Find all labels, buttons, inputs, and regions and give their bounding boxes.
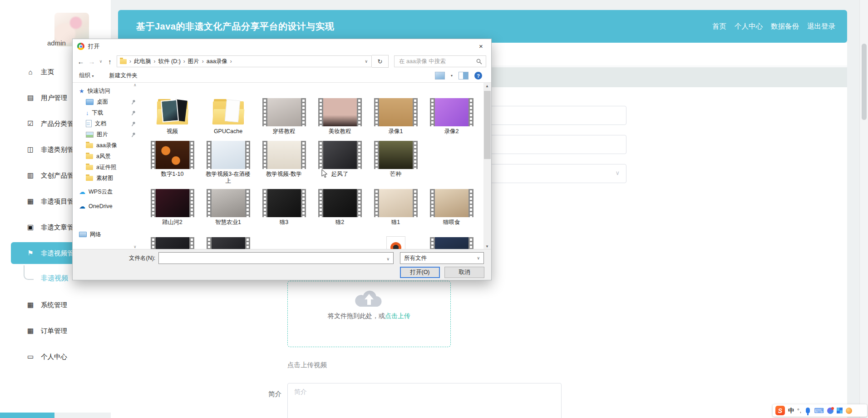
ime-punctuation-indicator[interactable]: °, bbox=[797, 408, 802, 414]
nav-link-home[interactable]: 首页 bbox=[712, 22, 726, 31]
file-tile-partial[interactable] bbox=[424, 235, 479, 250]
home-icon: ⌂ bbox=[25, 68, 35, 76]
nav-onedrive[interactable]: ☁OneDrive bbox=[73, 201, 140, 212]
organize-button[interactable]: 组织 ▾ bbox=[79, 72, 94, 80]
nav-wps-cloud[interactable]: ☁WPS云盘 bbox=[73, 186, 140, 197]
nav-quick-access[interactable]: ★快速访问 bbox=[73, 85, 140, 96]
folder-icon bbox=[86, 176, 93, 181]
file-tile-partial[interactable] bbox=[368, 235, 424, 250]
preview-pane-icon[interactable] bbox=[459, 72, 469, 80]
search-input[interactable] bbox=[398, 58, 476, 65]
scroll-down-icon[interactable]: ▼ bbox=[485, 244, 489, 249]
files-row-partial bbox=[144, 235, 479, 250]
nav-material-images[interactable]: 素材图 bbox=[73, 173, 140, 184]
files-scrollbar[interactable]: ▲ ▼ bbox=[483, 83, 491, 250]
address-chevron-icon[interactable]: ∨ bbox=[365, 59, 368, 64]
nav-a-id-photos[interactable]: a证件照 bbox=[73, 162, 140, 173]
history-chevron-icon[interactable]: ∨ bbox=[97, 59, 104, 64]
file-tile-partial[interactable] bbox=[144, 235, 200, 250]
page-scrollbar-thumb[interactable] bbox=[862, 44, 867, 120]
sidebar-item-profile[interactable]: ▭个人中心 bbox=[0, 346, 111, 368]
file-tile[interactable]: 猫1 bbox=[368, 187, 424, 227]
video-thumbnail bbox=[207, 189, 250, 217]
nav-network[interactable]: 网络 bbox=[73, 229, 140, 240]
file-tile[interactable]: 智慧农业1 bbox=[200, 187, 256, 227]
video-thumbnail bbox=[430, 237, 473, 250]
file-tile[interactable]: 猫2 bbox=[312, 187, 368, 227]
upload-link[interactable]: 点击上传 bbox=[385, 312, 410, 319]
nav-scroll-down-icon[interactable]: ∨ bbox=[133, 244, 137, 249]
dialog-titlebar[interactable]: 打开 × bbox=[73, 39, 491, 54]
microphone-icon[interactable] bbox=[806, 408, 810, 413]
file-tile[interactable]: 踏山河2 bbox=[144, 187, 200, 227]
sidebar-item-system[interactable]: ▦系统管理 bbox=[0, 294, 111, 316]
grid-icon: ▦ bbox=[25, 327, 35, 335]
filename-input[interactable] bbox=[159, 253, 379, 264]
chevron-down-icon[interactable]: ∨ bbox=[386, 257, 390, 261]
pin-icon bbox=[131, 121, 136, 127]
forward-icon[interactable]: → bbox=[86, 58, 97, 65]
breadcrumb-aaa-videos[interactable]: aaa录像 bbox=[207, 58, 227, 65]
file-tile[interactable]: 起风了 bbox=[312, 139, 368, 185]
download-icon: ↓ bbox=[86, 109, 89, 116]
file-tile[interactable]: 视频 bbox=[144, 85, 200, 136]
pin-icon bbox=[131, 110, 136, 116]
file-tile[interactable]: 教学视频3-在酒楼上 bbox=[200, 139, 256, 185]
file-tile-partial[interactable] bbox=[200, 235, 256, 250]
files-scrollbar-thumb[interactable] bbox=[484, 91, 491, 159]
screen: admin ⌂主页 ▤用户管理 ☑产品分类管理 ◫非遗类别管理 ▥文创产品管理 … bbox=[0, 0, 868, 418]
header-nav: 首页 个人中心 数据备份 退出登录 bbox=[712, 22, 835, 31]
scroll-up-icon[interactable]: ▲ bbox=[485, 84, 489, 88]
video-thumbnail bbox=[262, 189, 306, 217]
sogou-icon[interactable]: S bbox=[775, 406, 785, 415]
file-tile[interactable]: 猫3 bbox=[256, 187, 312, 227]
file-tile[interactable]: 芒种 bbox=[368, 139, 424, 185]
intro-textarea[interactable] bbox=[287, 383, 562, 418]
folder-icon bbox=[120, 59, 127, 64]
file-tile[interactable]: 录像2 bbox=[424, 85, 479, 136]
nav-aaa-videos[interactable]: aaa录像 bbox=[73, 140, 140, 151]
nav-documents[interactable]: 文档 bbox=[73, 118, 140, 129]
nav-a-scenery[interactable]: a风景 bbox=[73, 151, 140, 162]
folder-icon bbox=[86, 154, 93, 159]
breadcrumb-drive-d[interactable]: 软件 (D:) bbox=[158, 58, 181, 65]
nav-link-profile[interactable]: 个人中心 bbox=[735, 22, 763, 31]
dialog-footer: 文件名(N): ∨ 所有文件 ∨ 打开(O) 取消 bbox=[73, 249, 491, 280]
up-icon[interactable]: ↑ bbox=[104, 58, 115, 65]
file-tile[interactable]: 数字1-10 bbox=[144, 139, 200, 185]
ime-skin-icon[interactable] bbox=[827, 408, 833, 414]
ime-language-indicator[interactable]: 中 bbox=[788, 407, 794, 415]
file-tile[interactable]: 美妆教程 bbox=[312, 85, 368, 136]
view-menu-arrow-icon[interactable]: ▾ bbox=[451, 74, 453, 78]
refresh-icon[interactable]: ↻ bbox=[372, 55, 389, 68]
breadcrumb-this-pc[interactable]: 此电脑 bbox=[134, 58, 151, 65]
nav-pictures[interactable]: 图片 bbox=[73, 129, 140, 140]
picture-icon bbox=[86, 132, 94, 138]
nav-desktop[interactable]: 桌面 bbox=[73, 96, 140, 107]
new-folder-button[interactable]: 新建文件夹 bbox=[109, 72, 138, 80]
filetype-select[interactable]: 所有文件 ∨ bbox=[400, 252, 484, 264]
file-tile[interactable]: 教学视频-数学 bbox=[256, 139, 312, 185]
emoji-icon[interactable] bbox=[846, 408, 852, 414]
file-tile[interactable]: 录像1 bbox=[368, 85, 424, 136]
page-scrollbar[interactable] bbox=[859, 0, 868, 418]
view-thumbnails-icon[interactable] bbox=[435, 72, 445, 80]
nav-downloads[interactable]: ↓下载 bbox=[73, 107, 140, 118]
file-tile[interactable]: 穿搭教程 bbox=[256, 85, 312, 136]
file-tile[interactable]: GPUCache bbox=[200, 85, 256, 136]
nav-link-logout[interactable]: 退出登录 bbox=[807, 22, 835, 31]
nav-link-backup[interactable]: 数据备份 bbox=[771, 22, 799, 31]
cancel-button[interactable]: 取消 bbox=[444, 267, 484, 278]
open-button[interactable]: 打开(O) bbox=[400, 267, 440, 278]
back-icon[interactable]: ← bbox=[75, 58, 86, 65]
sidebar-item-orders[interactable]: ▦订单管理 bbox=[0, 320, 111, 342]
help-icon[interactable]: ? bbox=[474, 72, 482, 80]
breadcrumb-box[interactable]: › 此电脑 › 软件 (D:) › 图片 › aaa录像 › ∨ bbox=[117, 55, 372, 67]
breadcrumb-pictures[interactable]: 图片 bbox=[188, 58, 199, 65]
username: admin bbox=[47, 39, 66, 47]
upload-dropzone[interactable]: 将文件拖到此处，或点击上传 bbox=[287, 281, 451, 347]
file-tile[interactable]: 猫喂食 bbox=[424, 187, 479, 227]
keyboard-icon[interactable]: ⌨ bbox=[814, 407, 824, 415]
ime-toolbox-icon[interactable] bbox=[837, 408, 843, 413]
close-icon[interactable]: × bbox=[471, 39, 491, 53]
